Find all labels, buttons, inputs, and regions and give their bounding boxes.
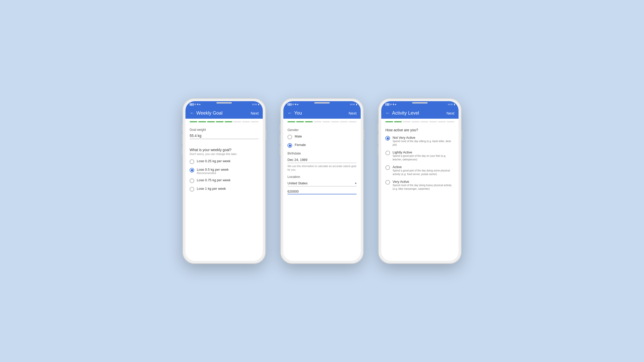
radio-label-1: Lose 0.5 kg per week	[197, 168, 229, 171]
goal-weight-input[interactable]	[190, 133, 259, 139]
p3-seg-3	[403, 121, 411, 122]
progress-seg-8	[251, 121, 259, 122]
activity-name-1: Lightly Active	[393, 150, 454, 154]
zipcode-input[interactable]	[287, 189, 357, 194]
next-button-1[interactable]: Next	[251, 111, 259, 115]
screen-title-3: Activity Level	[392, 110, 419, 116]
battery-icon-3: ▮	[454, 103, 455, 106]
activity-desc-3: Spend most of the day doing heavy physic…	[393, 184, 454, 191]
activity-text-1: Lightly Active Spend a good part of the …	[393, 150, 454, 161]
progress-seg-6	[233, 121, 241, 122]
p3-seg-6	[429, 121, 437, 122]
status-left-1: ▐▐▐ ⊙ ⊕ ∎	[189, 103, 200, 106]
radio-sublabel-1: Recommended	[197, 171, 229, 175]
birthdate-value: Dec 24, 1989	[287, 158, 307, 162]
status-bar-3: ▐▐▐ ⊙ ⊕ ∎ 10:52 ▮	[381, 101, 459, 107]
signal-icon-3: ▐▐▐	[385, 103, 389, 106]
wifi-icon: ⊙	[194, 103, 196, 106]
radio-circle-0	[190, 159, 194, 164]
back-button-3[interactable]: ←	[385, 110, 390, 116]
activity-radio-2	[385, 165, 390, 170]
app-icon-3: ⊕ ∎	[393, 103, 396, 106]
radio-circle-1	[190, 168, 194, 173]
back-button-1[interactable]: ←	[190, 110, 194, 116]
activity-desc-0: Spend most of the day sitting (e.g. bank…	[393, 140, 454, 147]
birthdate-row: Dec 24, 1989	[287, 158, 357, 163]
power-button	[265, 130, 266, 140]
goal-weight-label: Goal weight	[190, 128, 259, 132]
status-right-3: 10:52 ▮	[448, 103, 455, 106]
chevron-down-icon: ▾	[355, 182, 357, 185]
activity-name-0: Not Very Active	[393, 136, 454, 140]
app-header-2: ← You Next	[283, 107, 361, 119]
power-button-3	[461, 130, 462, 140]
progress-bar-3	[381, 119, 459, 124]
p3-seg-7	[438, 121, 446, 122]
p2-seg-8	[349, 121, 357, 122]
battery-icon-1: ▮	[258, 103, 259, 106]
status-right-2: 10:52 ▮	[350, 103, 357, 106]
next-button-3[interactable]: Next	[446, 111, 454, 115]
p2-seg-1	[287, 121, 295, 122]
gender-male-label: Male	[295, 134, 302, 138]
app-header-3: ← Activity Level Next	[381, 107, 459, 119]
time-display-3: 10:52	[448, 103, 453, 106]
activity-option-3[interactable]: Very Active Spend most of the day doing …	[385, 180, 454, 191]
wifi-icon-3: ⊙	[390, 103, 392, 106]
volume-down-button-3	[378, 146, 379, 155]
radio-option-2[interactable]: Lose 0.75 kg per week	[190, 178, 259, 183]
p2-seg-4	[314, 121, 321, 122]
activity-text-0: Not Very Active Spend most of the day si…	[393, 136, 454, 147]
status-left-3: ▐▐▐ ⊙ ⊕ ∎	[385, 103, 396, 106]
p3-seg-2	[394, 121, 402, 122]
p2-seg-7	[340, 121, 348, 122]
phone-weekly-goal: ▐▐▐ ⊙ ⊕ ∎ 10:53 ▮ ← Weekly Goal Next	[183, 99, 265, 263]
screen-content-2: Gender Male Female Birthdate Dec 24, 198…	[283, 124, 361, 261]
radio-option-1[interactable]: Lose 0.5 kg per week Recommended	[190, 168, 259, 175]
radio-label-3: Lose 1 kg per week	[197, 187, 226, 191]
how-active-title: How active are you?	[385, 128, 454, 132]
p2-seg-3	[305, 121, 313, 122]
header-left-2: ← You	[287, 110, 302, 116]
volume-down-button-2	[280, 146, 281, 155]
birthdate-label: Birthdate	[287, 151, 357, 155]
status-right-1: 10:53 ▮	[252, 103, 259, 106]
activity-option-2[interactable]: Active Spend a good part of the day doin…	[385, 165, 454, 176]
header-left-3: ← Activity Level	[385, 110, 419, 116]
p3-seg-4	[412, 121, 419, 122]
time-display-1: 10:53	[252, 103, 257, 106]
gender-female-option[interactable]: Female	[287, 143, 357, 148]
location-dropdown[interactable]: United States ▾	[287, 181, 357, 186]
activity-option-0[interactable]: Not Very Active Spend most of the day si…	[385, 136, 454, 147]
activity-option-1[interactable]: Lightly Active Spend a good part of the …	[385, 150, 454, 161]
activity-name-3: Very Active	[393, 180, 454, 184]
radio-option-3[interactable]: Lose 1 kg per week	[190, 187, 259, 192]
app-icon-2: ⊕ ∎	[295, 103, 298, 106]
status-left-2: ▐▐▐ ⊙ ⊕ ∎	[287, 103, 298, 106]
p3-seg-8	[447, 121, 454, 122]
activity-text-2: Active Spend a good part of the day doin…	[393, 165, 454, 176]
radio-option-0[interactable]: Lose 0.25 kg per week	[190, 159, 259, 164]
progress-bar-2	[283, 119, 361, 124]
phone-activity-level: ▐▐▐ ⊙ ⊕ ∎ 10:52 ▮ ← Activity Level Next	[379, 99, 461, 263]
activity-radio-1	[385, 151, 390, 155]
activity-radio-0	[385, 136, 390, 141]
activity-radio-3	[385, 180, 390, 185]
progress-seg-4	[216, 121, 224, 122]
mute-button-2	[280, 124, 281, 131]
radio-circle-2	[190, 178, 194, 183]
screen-title-2: You	[294, 110, 302, 116]
app-icon: ⊕ ∎	[197, 103, 200, 106]
gender-male-option[interactable]: Male	[287, 134, 357, 139]
p2-seg-6	[331, 121, 339, 122]
progress-seg-1	[190, 121, 197, 122]
p2-seg-5	[323, 121, 330, 122]
back-button-2[interactable]: ←	[287, 110, 292, 116]
app-header-1: ← Weekly Goal Next	[185, 107, 263, 119]
next-button-2[interactable]: Next	[349, 111, 357, 115]
status-bar-2: ▐▐▐ ⊙ ⊕ ∎ 10:52 ▮	[283, 101, 361, 107]
screen-content-3: How active are you? Not Very Active Spen…	[381, 124, 459, 261]
radio-circle-3	[190, 187, 194, 192]
progress-bar-1	[185, 119, 263, 124]
birthdate-helper: We use this information to calculate an …	[287, 165, 357, 172]
